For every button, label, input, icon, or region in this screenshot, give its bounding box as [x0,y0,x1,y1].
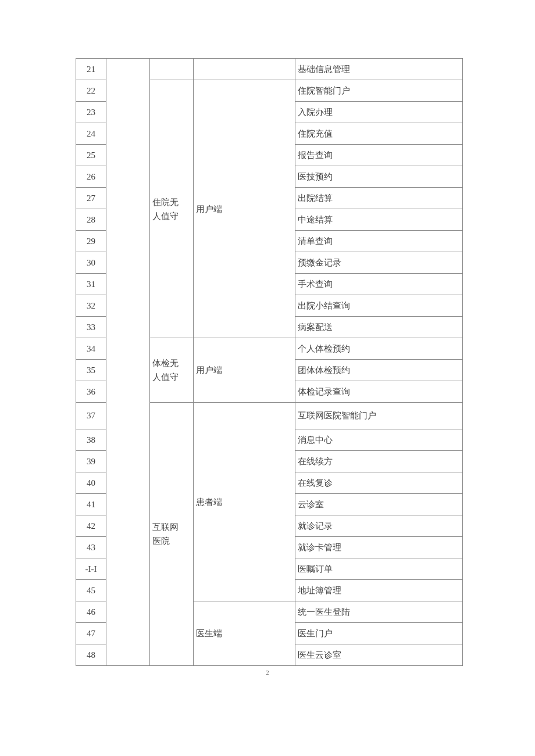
item-cell: 就诊记录 [295,515,463,537]
item-cell: 在线续方 [295,451,463,472]
item-cell: 地址簿管理 [295,580,463,601]
group-line: 互联网 [152,522,179,532]
item-cell: 体检记录查询 [295,381,463,403]
table-row: 21 基础信息管理 [76,59,463,80]
subgroup-yisheng: 医生端 [194,601,295,666]
subgroup-zhuyuan: 用户端 [194,80,295,338]
row-index: 27 [76,188,106,209]
item-cell: 基础信息管理 [295,59,463,80]
item-cell: 出院小结查询 [295,295,463,317]
row-index: 23 [76,102,106,123]
item-cell: 病案配送 [295,317,463,338]
group-line: 人值守 [152,212,179,221]
row-index: 25 [76,145,106,166]
item-cell: 清单查询 [295,231,463,252]
item-cell: 消息中心 [295,429,463,451]
row-index: 39 [76,451,106,472]
item-cell: 云诊室 [295,494,463,515]
row-index: 22 [76,80,106,102]
item-cell: 团体体检预约 [295,360,463,381]
row-index: 24 [76,123,106,145]
item-cell: 医嘱订单 [295,558,463,580]
blank-group [106,59,150,666]
row-index: 31 [76,274,106,295]
item-cell: 预缴金记录 [295,252,463,274]
item-cell: 在线复诊 [295,472,463,494]
group-line: 体检无 [152,359,179,368]
subgroup-tijian: 用户端 [194,338,295,403]
row21-cat [150,59,194,80]
item-cell: 个人体检预约 [295,338,463,360]
item-cell: 住院充值 [295,123,463,145]
row-index: 46 [76,601,106,623]
group-hulian: 互联网 医院 [150,403,194,666]
group-zhuyuan: 住院无 人值守 [150,80,194,338]
item-cell: 医生云诊室 [295,644,463,666]
row-index: 47 [76,623,106,644]
row-index: 21 [76,59,106,80]
row-index: -I-I [76,558,106,580]
content-table: 21 基础信息管理 22 住院无 人值守 用户端 住院智能门户 23入院办理 2… [76,58,463,666]
item-cell: 入院办理 [295,102,463,123]
row-index: 28 [76,209,106,231]
page-number: 2 [0,669,535,676]
row-index: 29 [76,231,106,252]
row-index: 48 [76,644,106,666]
group-line: 医院 [152,536,170,546]
row-index: 32 [76,295,106,317]
row-index: 38 [76,429,106,451]
row-index: 45 [76,580,106,601]
row-index: 30 [76,252,106,274]
row-index: 42 [76,515,106,537]
row-index: 35 [76,360,106,381]
row-index: 40 [76,472,106,494]
group-tijian: 体检无 人值守 [150,338,194,403]
item-cell: 报告查询 [295,145,463,166]
item-cell: 出院结算 [295,188,463,209]
item-cell: 互联网医院智能门户 [295,403,463,429]
item-cell: 医技预约 [295,166,463,188]
row-index: 26 [76,166,106,188]
group-line: 人值守 [152,372,179,382]
item-cell: 住院智能门户 [295,80,463,102]
row-index: 33 [76,317,106,338]
row-index: 34 [76,338,106,360]
item-cell: 中途结算 [295,209,463,231]
row-index: 36 [76,381,106,403]
row-index: 41 [76,494,106,515]
item-cell: 医生门户 [295,623,463,644]
subgroup-huanzhe: 患者端 [194,403,295,601]
row-index: 43 [76,537,106,558]
row-index: 37 [76,403,106,429]
row21-sub [194,59,295,80]
group-line: 住院无 [152,198,179,207]
item-cell: 手术查询 [295,274,463,295]
item-cell: 就诊卡管理 [295,537,463,558]
item-cell: 统一医生登陆 [295,601,463,623]
